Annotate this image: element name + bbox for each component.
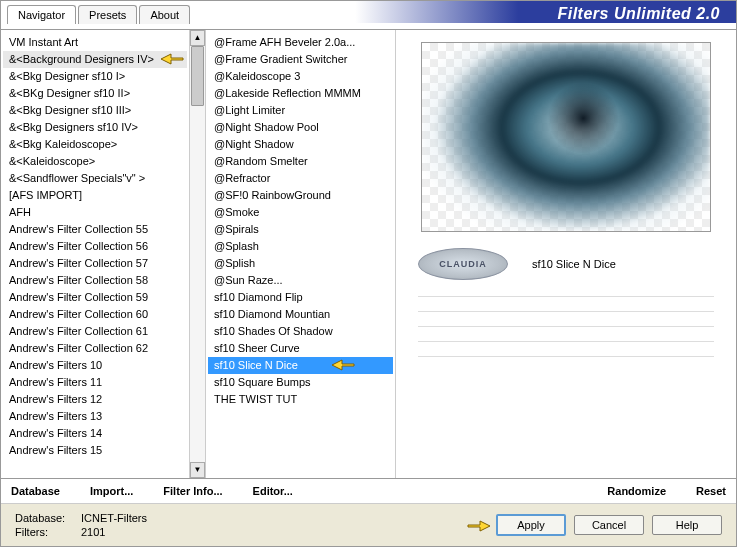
- filter-item[interactable]: @Refractor: [208, 170, 393, 187]
- current-filter-name: sf10 Slice N Dice: [532, 258, 616, 270]
- filters-count-label: Filters:: [15, 526, 73, 538]
- filter-item[interactable]: @Splash: [208, 238, 393, 255]
- app-title: Filters Unlimited 2.0: [557, 5, 720, 22]
- scroll-track[interactable]: [190, 46, 205, 462]
- category-item[interactable]: &<BKg Designer sf10 II>: [3, 85, 187, 102]
- title-bar: Filters Unlimited 2.0: [192, 1, 736, 23]
- filter-item[interactable]: @Smoke: [208, 204, 393, 221]
- category-item[interactable]: Andrew's Filter Collection 55: [3, 221, 187, 238]
- cancel-button[interactable]: Cancel: [574, 515, 644, 535]
- author-badge: CLAUDIA: [418, 248, 508, 280]
- database-button[interactable]: Database: [11, 485, 60, 497]
- scroll-thumb[interactable]: [191, 46, 204, 106]
- filter-item[interactable]: @Kaleidoscope 3: [208, 68, 393, 85]
- category-item[interactable]: Andrew's Filters 12: [3, 391, 187, 408]
- category-item[interactable]: Andrew's Filter Collection 57: [3, 255, 187, 272]
- filter-item[interactable]: sf10 Diamond Flip: [208, 289, 393, 306]
- filters-count-value: 2101: [81, 526, 105, 538]
- category-item[interactable]: [AFS IMPORT]: [3, 187, 187, 204]
- filter-item[interactable]: @Frame AFH Beveler 2.0a...: [208, 34, 393, 51]
- database-value: ICNET-Filters: [81, 512, 147, 524]
- category-item[interactable]: Andrew's Filter Collection 58: [3, 272, 187, 289]
- filter-item[interactable]: sf10 Shades Of Shadow: [208, 323, 393, 340]
- filter-list[interactable]: @Frame AFH Beveler 2.0a...@Frame Gradien…: [206, 30, 395, 478]
- badge-text: CLAUDIA: [439, 259, 487, 269]
- filter-item[interactable]: @Random Smelter: [208, 153, 393, 170]
- randomize-button[interactable]: Randomize: [607, 485, 666, 497]
- filter-item[interactable]: sf10 Diamond Mountian: [208, 306, 393, 323]
- category-item[interactable]: &<Bkg Kaleidoscope>: [3, 136, 187, 153]
- filter-item[interactable]: sf10 Slice N Dice: [208, 357, 393, 374]
- filter-item[interactable]: @SF!0 RainbowGround: [208, 187, 393, 204]
- tab-presets[interactable]: Presets: [78, 5, 137, 24]
- pointer-hand-icon: [330, 355, 356, 377]
- filter-item[interactable]: @Night Shadow: [208, 136, 393, 153]
- category-item[interactable]: AFH: [3, 204, 187, 221]
- help-button[interactable]: Help: [652, 515, 722, 535]
- category-item[interactable]: &<Sandflower Specials"v" >: [3, 170, 187, 187]
- category-item[interactable]: Andrew's Filters 11: [3, 374, 187, 391]
- scroll-down-icon[interactable]: ▼: [190, 462, 205, 478]
- category-scrollbar[interactable]: ▲ ▼: [189, 30, 205, 478]
- filter-info-button[interactable]: Filter Info...: [163, 485, 222, 497]
- filter-item[interactable]: @Lakeside Reflection MMMM: [208, 85, 393, 102]
- filter-item[interactable]: @Night Shadow Pool: [208, 119, 393, 136]
- filter-item[interactable]: @Sun Raze...: [208, 272, 393, 289]
- reset-button[interactable]: Reset: [696, 485, 726, 497]
- filter-item[interactable]: THE TWIST TUT: [208, 391, 393, 408]
- category-item[interactable]: Andrew's Filter Collection 60: [3, 306, 187, 323]
- category-item[interactable]: &<Kaleidoscope>: [3, 153, 187, 170]
- tab-about[interactable]: About: [139, 5, 190, 24]
- category-item[interactable]: Andrew's Filter Collection 61: [3, 323, 187, 340]
- toolbar: Database Import... Filter Info... Editor…: [1, 478, 736, 503]
- category-item[interactable]: &<Bkg Designer sf10 III>: [3, 102, 187, 119]
- filter-item[interactable]: @Splish: [208, 255, 393, 272]
- filter-item[interactable]: @Frame Gradient Switcher: [208, 51, 393, 68]
- tab-navigator[interactable]: Navigator: [7, 5, 76, 24]
- filter-item[interactable]: @Spirals: [208, 221, 393, 238]
- filter-item[interactable]: sf10 Sheer Curve: [208, 340, 393, 357]
- pointer-hand-icon: [466, 516, 492, 538]
- preview-image: [421, 42, 711, 232]
- footer: Database: ICNET-Filters Filters: 2101 Ap…: [1, 503, 736, 546]
- category-list[interactable]: VM Instant Art&<Background Designers IV>…: [1, 30, 189, 478]
- category-item[interactable]: Andrew's Filter Collection 59: [3, 289, 187, 306]
- category-item[interactable]: Andrew's Filter Collection 62: [3, 340, 187, 357]
- category-item[interactable]: Andrew's Filter Collection 56: [3, 238, 187, 255]
- category-item[interactable]: &<Bkg Designers sf10 IV>: [3, 119, 187, 136]
- filter-item[interactable]: @Light Limiter: [208, 102, 393, 119]
- filter-title-row: CLAUDIA sf10 Slice N Dice: [408, 246, 724, 282]
- pointer-hand-icon: [159, 49, 185, 71]
- database-label: Database:: [15, 512, 73, 524]
- scroll-up-icon[interactable]: ▲: [190, 30, 205, 46]
- category-item[interactable]: Andrew's Filters 10: [3, 357, 187, 374]
- category-item[interactable]: Andrew's Filters 14: [3, 425, 187, 442]
- category-item[interactable]: Andrew's Filters 15: [3, 442, 187, 459]
- apply-button[interactable]: Apply: [496, 514, 566, 536]
- import-button[interactable]: Import...: [90, 485, 133, 497]
- parameter-area: [408, 296, 724, 357]
- tab-bar: Navigator Presets About: [1, 1, 192, 24]
- filter-item[interactable]: sf10 Square Bumps: [208, 374, 393, 391]
- editor-button[interactable]: Editor...: [253, 485, 293, 497]
- category-item[interactable]: Andrew's Filters 13: [3, 408, 187, 425]
